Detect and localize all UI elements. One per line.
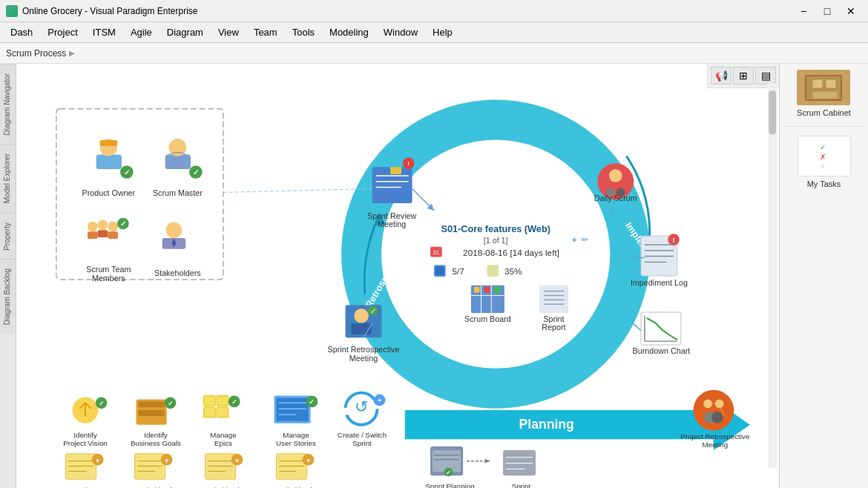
svg-text:+: + [572, 235, 576, 244]
breadcrumb-arrow: ▶ [69, 49, 75, 57]
svg-text:Sprint: Sprint [512, 482, 531, 488]
menu-itsm[interactable]: ITSM [85, 24, 123, 41]
menu-bar: Dash Project ITSM Agile Diagram View Tea… [0, 22, 868, 43]
svg-rect-123 [276, 398, 308, 421]
svg-text:31: 31 [433, 249, 440, 256]
svg-rect-51 [539, 286, 568, 313]
svg-rect-117 [217, 407, 228, 418]
svg-text:▼: ▼ [234, 458, 240, 464]
menu-help[interactable]: Help [425, 24, 460, 41]
svg-rect-192 [768, 84, 777, 469]
svg-text:Impediment Log: Impediment Log [631, 278, 688, 287]
svg-text:Project Retrospective: Project Retrospective [680, 432, 749, 441]
menu-diagram[interactable]: Diagram [160, 24, 211, 41]
svg-text:✓: ✓ [124, 168, 130, 177]
svg-rect-41 [487, 265, 499, 277]
breadcrumb-bar: Scrum Process ▶ [0, 43, 868, 64]
svg-text:Identify: Identify [73, 431, 97, 439]
svg-point-12 [88, 222, 98, 232]
right-panel: Scrum Cabinet ✓ ✗ ○ My Tasks [779, 64, 868, 488]
svg-line-191 [223, 189, 372, 193]
main-layout: Diagram Navigator Model Explorer Propert… [0, 64, 868, 488]
menu-agile[interactable]: Agile [123, 24, 160, 41]
close-button[interactable]: ✕ [840, 3, 862, 19]
breadcrumb-text: Scrum Process [6, 48, 66, 59]
svg-text:Identify: Identify [144, 431, 168, 439]
svg-rect-15 [98, 230, 108, 237]
svg-point-137 [693, 390, 734, 431]
scrum-diagram: ✓ Product Owner ✓ Scrum Master [16, 64, 779, 488]
sidebar-diagram-navigator[interactable]: Diagram Navigator [0, 64, 16, 144]
svg-text:Project Vision: Project Vision [63, 439, 108, 447]
svg-text:User Stories: User Stories [276, 439, 316, 447]
svg-rect-1 [96, 154, 122, 169]
svg-text:Stakeholders: Stakeholders [154, 268, 201, 277]
menu-modeling[interactable]: Modeling [322, 24, 376, 41]
svg-text:✓: ✓ [168, 400, 174, 407]
scrum-cabinet-item[interactable]: Scrum Cabinet [797, 70, 851, 117]
svg-text:2018-08-16 [14 days left]: 2018-08-16 [14 days left] [463, 248, 559, 257]
svg-point-14 [98, 220, 108, 231]
menu-project[interactable]: Project [40, 24, 85, 41]
sidebar-model-explorer[interactable]: Model Explorer [0, 144, 16, 212]
svg-text:!: ! [407, 160, 410, 167]
scrum-cabinet-label: Scrum Cabinet [797, 108, 851, 117]
svg-text:↺: ↺ [355, 398, 368, 416]
svg-text:Manage: Manage [210, 431, 236, 439]
svg-rect-47 [474, 287, 480, 293]
left-sidebar: Diagram Navigator Model Explorer Propert… [0, 64, 16, 488]
svg-text:✓: ✓ [120, 220, 126, 228]
maximize-button[interactable]: □ [816, 3, 838, 19]
menu-team[interactable]: Team [246, 24, 285, 41]
title-bar: Online Grocery - Visual Paradigm Enterpr… [0, 0, 868, 22]
svg-text:!: ! [672, 236, 674, 244]
svg-text:Meeting: Meeting [378, 220, 406, 228]
svg-marker-64 [390, 167, 401, 174]
svg-point-76 [354, 309, 369, 323]
svg-text:Sprint Retrospective: Sprint Retrospective [328, 345, 400, 354]
svg-text:✓: ✓ [370, 307, 376, 315]
svg-rect-193 [769, 90, 776, 134]
sidebar-property[interactable]: Property [0, 213, 16, 260]
svg-rect-49 [494, 287, 500, 293]
menu-view[interactable]: View [211, 24, 246, 41]
svg-text:▼: ▼ [95, 458, 101, 464]
menu-tools[interactable]: Tools [285, 24, 322, 41]
svg-rect-48 [484, 287, 490, 293]
svg-point-70 [609, 169, 622, 182]
menu-window[interactable]: Window [376, 24, 425, 41]
svg-text:Report: Report [542, 323, 565, 332]
svg-text:S01-Core features (Web): S01-Core features (Web) [441, 223, 550, 234]
svg-rect-115 [217, 396, 228, 406]
svg-point-139 [715, 399, 724, 408]
svg-line-98 [632, 323, 641, 331]
diagram-canvas[interactable]: 📢 ⊞ ▤ ✓ Product Owner [16, 64, 779, 488]
minimize-button[interactable]: − [792, 3, 815, 19]
svg-rect-5 [100, 140, 117, 146]
svg-point-22 [166, 222, 183, 239]
svg-text:Manage: Manage [283, 431, 309, 439]
app-icon [6, 5, 18, 17]
my-tasks-icon: ✓ ✗ ○ [798, 136, 851, 177]
window-controls: − □ ✕ [792, 3, 862, 19]
svg-rect-116 [204, 407, 216, 418]
svg-rect-108 [138, 401, 164, 407]
svg-text:Burndown Chart: Burndown Chart [633, 346, 691, 355]
svg-text:Meeting: Meeting [702, 441, 728, 449]
app-title: Online Grocery - Visual Paradigm Enterpr… [22, 6, 198, 16]
svg-text:Create / Switch: Create / Switch [338, 431, 387, 439]
sidebar-diagram-backlog[interactable]: Diagram Backlog [0, 259, 16, 334]
svg-text:Meeting: Meeting [349, 354, 378, 363]
scrum-cabinet-icon [797, 70, 850, 105]
menu-dash[interactable]: Dash [3, 24, 40, 41]
svg-text:+: + [378, 396, 382, 404]
svg-text:✓: ✓ [193, 168, 199, 177]
my-tasks-item[interactable]: ✓ ✗ ○ My Tasks [798, 136, 851, 188]
svg-rect-114 [204, 396, 216, 406]
svg-text:Sprint Planning: Sprint Planning [425, 482, 474, 488]
svg-text:Members: Members [92, 274, 125, 283]
svg-text:Sprint: Sprint [543, 314, 564, 323]
svg-text:Product Owner: Product Owner [82, 188, 135, 197]
svg-text:Scrum Master: Scrum Master [153, 188, 203, 197]
svg-text:✏: ✏ [582, 235, 589, 244]
